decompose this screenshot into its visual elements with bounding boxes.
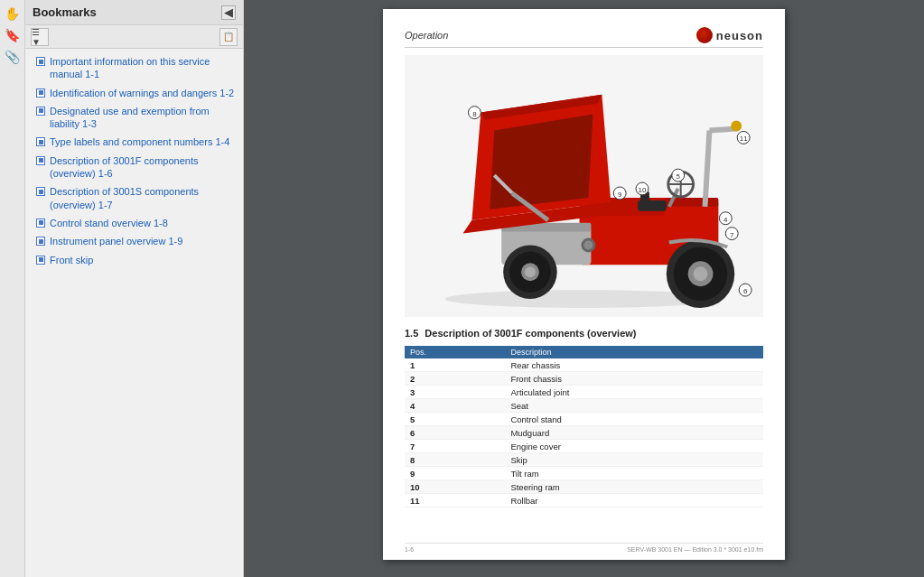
bookmark-text-8: Instrument panel overview 1-9	[50, 235, 182, 247]
machine-svg: 1 2 3 4 5 6 7	[405, 58, 763, 315]
bookmarks-close-button[interactable]: ◀	[221, 5, 236, 20]
table-cell-desc: Articulated joint	[505, 386, 763, 399]
table-cell-desc: Front chassis	[505, 372, 763, 386]
svg-text:11: 11	[740, 135, 748, 143]
bookmark-text-3: Designated use and exemption from liabil…	[50, 105, 236, 131]
table-cell-desc: Control stand	[505, 413, 763, 426]
table-cell-desc: Tilt ram	[505, 467, 763, 480]
left-toolbar: ✋ 🔖 📎	[0, 0, 25, 577]
table-cell-pos: 5	[405, 413, 505, 426]
bookmark-item-5[interactable]: Description of 3001F components (overvie…	[25, 152, 243, 183]
doc-footer: 1-6 SERV-WB 3001 EN — Edition 3.0 * 3001…	[405, 543, 763, 553]
table-cell-pos: 2	[405, 372, 505, 386]
bookmark-item-1[interactable]: Important information on this service ma…	[25, 52, 243, 84]
table-cell-pos: 3	[405, 386, 505, 399]
bookmark-icon-7	[36, 219, 45, 228]
table-row: 3Articulated joint	[405, 386, 763, 399]
table-row: 8Skip	[405, 453, 763, 467]
bookmark-icon-1	[36, 57, 45, 66]
bookmark-icon-6	[36, 187, 45, 196]
svg-text:6: 6	[743, 287, 748, 295]
table-cell-pos: 10	[405, 480, 505, 494]
footer-doc-ref: SERV-WB 3001 EN — Edition 3.0 * 3001 e10…	[627, 546, 763, 553]
table-cell-desc: Mudguard	[505, 426, 763, 440]
table-row: 9Tilt ram	[405, 467, 763, 480]
table-row: 7Engine cover	[405, 440, 763, 453]
bookmarks-toolbar: ☰ ▼ 📋	[25, 25, 243, 49]
bookmark-text-4: Type labels and component numbers 1-4	[50, 135, 229, 148]
bookmark-icon-4	[36, 137, 45, 146]
table-header-desc: Description	[505, 346, 763, 358]
svg-point-28	[525, 266, 536, 277]
svg-text:10: 10	[639, 185, 647, 193]
table-cell-desc: Rear chassis	[505, 358, 763, 372]
table-cell-pos: 1	[405, 358, 505, 372]
table-row: 4Seat	[405, 399, 763, 413]
doc-header-title: Operation	[405, 30, 448, 41]
table-cell-pos: 6	[405, 426, 505, 440]
doc-logo: neuson	[696, 27, 763, 43]
table-cell-desc: Seat	[505, 399, 763, 413]
table-cell-desc: Skip	[505, 453, 763, 467]
bookmark-item-3[interactable]: Designated use and exemption from liabil…	[25, 102, 243, 134]
table-header-pos: Pos.	[405, 346, 505, 358]
table-row: 2Front chassis	[405, 372, 763, 386]
bookmark-text-9: Front skip	[50, 254, 93, 266]
bookmark-text-2: Identification of warnings and dangers 1…	[50, 87, 234, 99]
main-area: Operation neuson	[244, 0, 924, 577]
bookmark-item-2[interactable]: Identification of warnings and dangers 1…	[25, 84, 243, 102]
section-number: 1.5	[405, 328, 418, 339]
bookmark-text-7: Control stand overview 1-8	[50, 217, 168, 229]
bookmark-icon[interactable]: 🔖	[3, 25, 23, 45]
logo-text: neuson	[716, 29, 763, 42]
bookmark-item-7[interactable]: Control stand overview 1-8	[25, 214, 243, 232]
bookmarks-panel: Bookmarks ◀ ☰ ▼ 📋 Important information …	[25, 0, 244, 577]
document-page: Operation neuson	[383, 9, 785, 560]
bookmark-icon-3	[36, 107, 45, 116]
table-row: 1Rear chassis	[405, 358, 763, 372]
svg-text:5: 5	[677, 172, 681, 181]
svg-text:7: 7	[730, 230, 734, 238]
machine-image: 1 2 3 4 5 6 7	[405, 55, 763, 317]
bookmark-item-4[interactable]: Type labels and component numbers 1-4	[25, 133, 243, 151]
bookmark-icon-8	[36, 237, 45, 246]
table-cell-pos: 4	[405, 399, 505, 413]
table-cell-pos: 9	[405, 467, 505, 480]
table-cell-pos: 11	[405, 494, 505, 507]
section-title: Description of 3001F components (overvie…	[425, 328, 636, 339]
svg-point-24	[694, 266, 708, 281]
svg-text:9: 9	[618, 190, 622, 198]
bookmark-text-1: Important information on this service ma…	[50, 55, 236, 81]
options-menu-button[interactable]: ☰ ▼	[31, 28, 49, 46]
bookmark-icon-9	[36, 256, 45, 265]
table-row: 5Control stand	[405, 413, 763, 426]
table-cell-pos: 8	[405, 453, 505, 467]
parts-table: Pos. Description 1Rear chassis2Front cha…	[405, 346, 763, 507]
add-bookmark-button[interactable]: 📋	[219, 28, 238, 46]
neuson-logo-icon	[696, 27, 713, 43]
bookmark-icon-5	[36, 156, 45, 165]
bookmark-item-9[interactable]: Front skip	[25, 251, 243, 269]
bookmark-icon-2	[36, 88, 45, 98]
bookmark-item-6[interactable]: Description of 3001S components (overvie…	[25, 182, 243, 214]
table-cell-pos: 7	[405, 440, 505, 453]
table-cell-desc: Engine cover	[505, 440, 763, 453]
bookmark-item-8[interactable]: Instrument panel overview 1-9	[25, 232, 243, 250]
bookmark-text-6: Description of 3001S components (overvie…	[50, 185, 236, 211]
bookmarks-header: Bookmarks ◀	[25, 0, 243, 25]
table-cell-desc: Steering ram	[505, 480, 763, 494]
bookmarks-list: Important information on this service ma…	[25, 49, 243, 577]
bookmark-text-5: Description of 3001F components (overvie…	[50, 154, 236, 181]
doc-header: Operation neuson	[405, 27, 763, 48]
table-row: 10Steering ram	[405, 480, 763, 494]
svg-text:4: 4	[723, 215, 728, 223]
hand-icon[interactable]: ✋	[3, 4, 23, 23]
table-row: 6Mudguard	[405, 426, 763, 440]
paperclip-icon[interactable]: 📎	[3, 47, 23, 67]
section-heading: 1.5 Description of 3001F components (ove…	[405, 328, 763, 339]
table-cell-desc: Rollbar	[505, 494, 763, 507]
svg-point-14	[731, 120, 742, 131]
svg-text:8: 8	[472, 109, 477, 117]
footer-page-number: 1-6	[405, 546, 414, 553]
table-row: 11Rollbar	[405, 494, 763, 507]
